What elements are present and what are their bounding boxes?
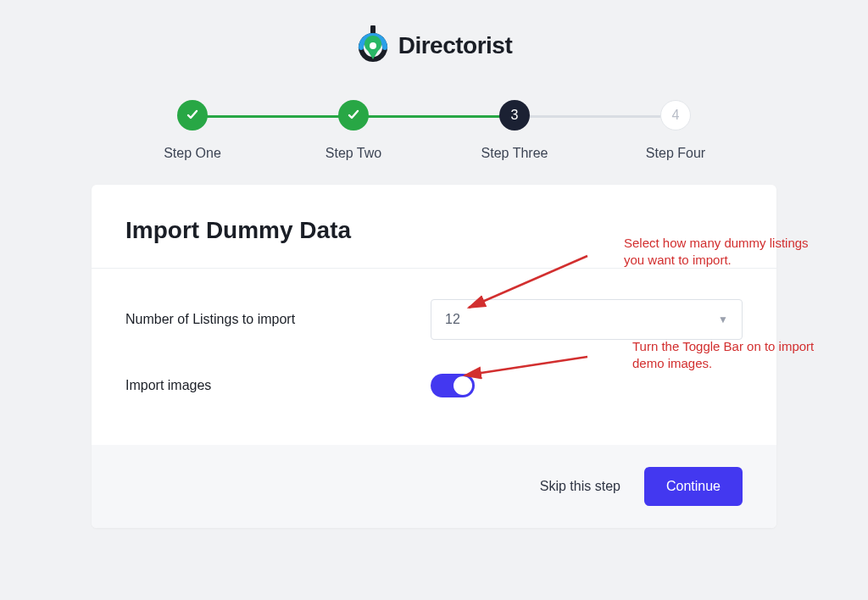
brand-logo: Directorist: [0, 0, 868, 66]
step-one-indicator: [177, 100, 208, 131]
annotation-images: Turn the Toggle Bar on to import demo im…: [632, 338, 819, 371]
step-three-label: Step Three: [481, 146, 548, 161]
continue-button[interactable]: Continue: [644, 467, 743, 506]
import-images-label: Import images: [125, 378, 431, 393]
svg-point-0: [370, 42, 376, 49]
check-icon: [348, 109, 359, 121]
step-three-indicator: 3: [499, 100, 530, 131]
toggle-knob: [453, 376, 472, 395]
step-four-indicator: 4: [660, 100, 691, 131]
step-four-label: Step Four: [646, 146, 705, 161]
step-two-label: Step Two: [326, 146, 381, 161]
svg-line-2: [465, 357, 587, 375]
listings-count-label: Number of Listings to import: [125, 312, 431, 327]
step-one-label: Step One: [164, 146, 221, 161]
step-two-indicator: [338, 100, 369, 131]
check-icon: [186, 109, 198, 121]
chevron-down-icon: ▼: [718, 314, 728, 325]
import-images-toggle[interactable]: [431, 374, 475, 397]
listings-count-value: 12: [445, 312, 460, 327]
skip-step-link[interactable]: Skip this step: [540, 479, 620, 494]
annotation-listings: Select how many dummy listings you want …: [624, 235, 819, 268]
setup-card: Import Dummy Data Select how many dummy …: [92, 185, 776, 528]
directorist-logo-icon: [356, 25, 392, 66]
listings-count-select[interactable]: 12 ▼: [431, 299, 743, 340]
stepper: Step One Step Two 3 Step Three 4 Step Fo…: [112, 100, 756, 161]
brand-name: Directorist: [398, 32, 513, 59]
